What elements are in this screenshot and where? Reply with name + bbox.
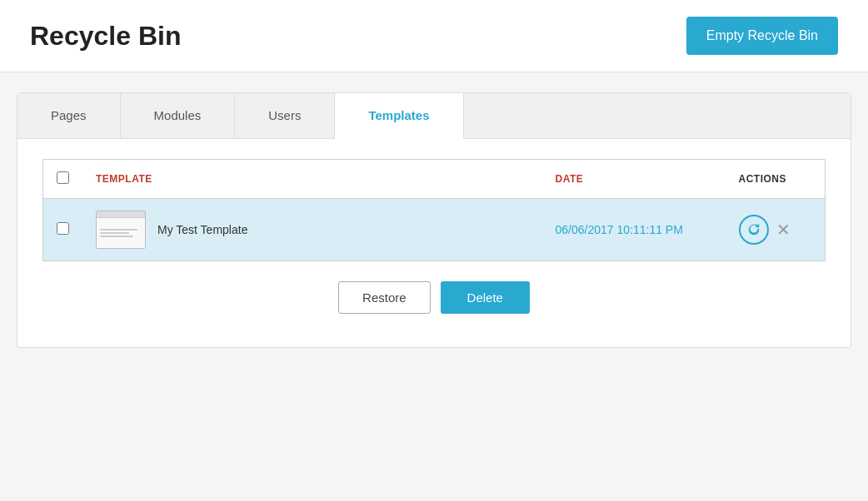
templates-table: TEMPLATE DATE ACTIONS (42, 159, 826, 261)
restore-button[interactable]: Restore (338, 281, 431, 314)
row-date-cell: 06/06/2017 10:11:11 PM (542, 199, 726, 261)
delete-button[interactable]: Delete (441, 281, 530, 314)
tab-pages[interactable]: Pages (17, 93, 121, 138)
row-template-cell: My Test Template (82, 199, 542, 261)
tab-modules[interactable]: Modules (121, 93, 236, 138)
row-delete-icon-button[interactable]: ✕ (774, 220, 794, 240)
row-restore-icon-button[interactable] (739, 215, 769, 245)
page-title: Recycle Bin (30, 21, 181, 52)
table-header-row: TEMPLATE DATE ACTIONS (43, 160, 826, 199)
template-column-header: TEMPLATE (82, 160, 542, 199)
template-name: My Test Template (157, 223, 247, 236)
row-checkbox[interactable] (57, 222, 69, 235)
date-column-header: DATE (542, 160, 726, 199)
checkbox-header-cell (43, 160, 83, 199)
row-actions-cell: ✕ (726, 199, 826, 261)
tab-templates[interactable]: Templates (335, 93, 463, 139)
table-row: My Test Template 06/06/2017 10:11:11 PM … (43, 199, 826, 261)
row-checkbox-cell (43, 199, 83, 261)
close-icon: ✕ (776, 220, 791, 240)
template-thumbnail (96, 211, 146, 249)
empty-recycle-bin-button[interactable]: Empty Recycle Bin (686, 17, 838, 55)
tab-bar: Pages Modules Users Templates (17, 93, 851, 139)
bottom-actions: Restore Delete (42, 261, 826, 327)
table-area: TEMPLATE DATE ACTIONS (17, 139, 851, 347)
select-all-checkbox[interactable] (57, 171, 69, 184)
content-card: Pages Modules Users Templates TEMPLATE D… (17, 92, 851, 348)
actions-column-header: ACTIONS (726, 160, 826, 199)
page-header: Recycle Bin Empty Recycle Bin (0, 0, 868, 72)
main-content: Pages Modules Users Templates TEMPLATE D… (0, 72, 868, 368)
tab-users[interactable]: Users (235, 93, 335, 138)
